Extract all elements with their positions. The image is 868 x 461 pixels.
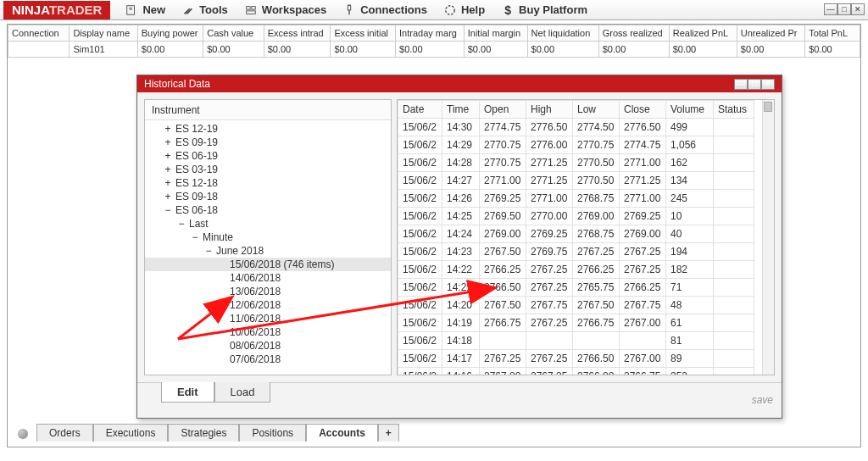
grid-header-high[interactable]: High [526, 101, 573, 119]
grid-header-open[interactable]: Open [480, 101, 526, 119]
tree-row[interactable]: +ES 12-19 [145, 122, 391, 136]
hd-close-button[interactable]: ✕ [761, 79, 775, 90]
grid-row[interactable]: 15/06/214:1881 [398, 332, 754, 350]
grid-row[interactable]: 15/06/214:292770.752776.002770.752774.75… [398, 136, 754, 154]
expand-icon[interactable]: + [164, 123, 172, 135]
grid-cell: 2769.25 [620, 208, 666, 225]
data-grid[interactable]: DateTimeOpenHighLowCloseVolumeStatus 15/… [398, 100, 754, 375]
accounts-header-12[interactable]: Total PnL [805, 25, 860, 42]
accounts-header-3[interactable]: Cash value [203, 25, 264, 42]
collapse-icon[interactable]: − [164, 204, 172, 216]
tree-row[interactable]: 07/06/2018 [145, 353, 391, 366]
expand-icon[interactable]: + [164, 191, 172, 203]
tree-row[interactable]: +ES 03-19 [145, 163, 391, 176]
grid-row[interactable]: 15/06/214:212766.502767.252765.752766.25… [398, 279, 754, 297]
expand-icon[interactable]: + [164, 150, 172, 162]
grid-cell: 15/06/2 [398, 297, 442, 314]
expand-icon[interactable]: + [164, 136, 172, 148]
grid-header-low[interactable]: Low [573, 101, 620, 119]
grid-row[interactable]: 15/06/214:282770.752771.252770.502771.00… [398, 154, 754, 172]
tree-row[interactable]: 14/06/2018 [145, 271, 391, 285]
tree-row[interactable]: −June 2018 [145, 244, 391, 258]
hd-minimize-button[interactable]: — [734, 79, 748, 90]
menu-new[interactable]: New [117, 0, 174, 19]
save-label[interactable]: save [752, 394, 773, 406]
grid-header-status[interactable]: Status [714, 101, 754, 119]
grid-row[interactable]: 15/06/214:272771.002771.252770.502771.25… [398, 172, 754, 190]
grid-header-time[interactable]: Time [442, 101, 480, 119]
tab-executions[interactable]: Executions [93, 424, 169, 442]
grid-row[interactable]: 15/06/214:252769.502770.002769.002769.25… [398, 208, 754, 225]
menu-workspaces[interactable]: Workspaces [236, 0, 335, 19]
tree-row[interactable]: 13/06/2018 [145, 285, 391, 298]
menu-connections[interactable]: Connections [335, 0, 436, 19]
collapse-icon[interactable]: − [177, 218, 186, 230]
tree-row[interactable]: +ES 09-18 [145, 190, 391, 203]
grid-row[interactable]: 15/06/214:162767.002767.252766.002766.75… [398, 368, 754, 375]
hd-tab-load[interactable]: Load [214, 382, 271, 403]
hd-maximize-button[interactable]: □ [748, 79, 761, 90]
tree-row[interactable]: 08/06/2018 [145, 339, 391, 353]
accounts-header-4[interactable]: Excess intrad [264, 25, 331, 42]
accounts-header-6[interactable]: Intraday marg [396, 25, 465, 42]
grid-cell: 15/06/2 [398, 208, 442, 225]
grid-row[interactable]: 15/06/214:222766.252767.252766.252767.25… [398, 261, 754, 279]
grid-header-close[interactable]: Close [620, 101, 666, 119]
expand-icon[interactable]: + [164, 164, 172, 175]
grid-row[interactable]: 15/06/214:202767.502767.752767.502767.75… [398, 297, 754, 314]
accounts-header-2[interactable]: Buying power [137, 25, 203, 42]
grid-cell: 14:17 [442, 350, 480, 368]
menu-help[interactable]: Help [436, 0, 493, 19]
tree-row[interactable]: +ES 06-19 [145, 149, 391, 163]
accounts-header-10[interactable]: Realized PnL [669, 25, 737, 42]
grid-row[interactable]: 15/06/214:262769.252771.002768.752771.00… [398, 190, 754, 208]
accounts-header-1[interactable]: Display name [70, 25, 137, 42]
accounts-header-9[interactable]: Gross realized [598, 25, 669, 42]
grid-cell: 14:18 [442, 332, 480, 350]
tree-row[interactable]: +ES 09-19 [145, 136, 391, 149]
grid-cell: 2767.50 [480, 297, 526, 314]
accounts-header-11[interactable]: Unrealized Pr [737, 25, 804, 42]
grid-cell: 2767.25 [526, 279, 573, 297]
tree-row[interactable]: 10/06/2018 [145, 325, 391, 339]
grid-row[interactable]: 15/06/214:242769.002769.252768.752769.00… [398, 225, 754, 243]
grid-row[interactable]: 15/06/214:192766.752767.252766.752767.00… [398, 314, 754, 332]
main-maximize-button[interactable]: □ [837, 3, 851, 15]
collapse-icon[interactable]: − [191, 231, 199, 243]
accounts-header-5[interactable]: Excess initial [331, 25, 396, 42]
tree-row[interactable]: 15/06/2018 (746 items) [145, 258, 391, 271]
tab-accounts[interactable]: Accounts [306, 424, 378, 442]
grid-header-volume[interactable]: Volume [666, 101, 714, 119]
tree-row[interactable]: −ES 06-18 [145, 203, 391, 217]
menu-help-label: Help [461, 3, 485, 16]
tree-row[interactable]: 11/06/2018 [145, 312, 391, 325]
accounts-header-7[interactable]: Initial margin [464, 25, 527, 42]
tree-row[interactable]: −Minute [145, 230, 391, 244]
grid-cell: 2766.50 [480, 279, 526, 297]
grid-header-date[interactable]: Date [398, 101, 442, 119]
menu-tools[interactable]: Tools [174, 0, 236, 19]
grid-row[interactable]: 15/06/214:302774.752776.502774.502776.50… [398, 119, 754, 136]
tab-orders[interactable]: Orders [36, 424, 93, 442]
main-minimize-button[interactable]: — [824, 3, 837, 15]
grid-cell: 2769.25 [526, 225, 573, 243]
tree-row[interactable]: 12/06/2018 [145, 298, 391, 312]
grid-row[interactable]: 15/06/214:172767.252767.252766.502767.00… [398, 350, 754, 368]
tab-add-button[interactable]: + [378, 424, 399, 442]
accounts-header-0[interactable]: Connection [8, 25, 70, 42]
tree-row[interactable]: +ES 12-18 [145, 176, 391, 190]
accounts-header-8[interactable]: Net liquidation [527, 25, 598, 42]
main-close-button[interactable]: ✕ [851, 3, 865, 15]
collapse-icon[interactable]: − [204, 245, 213, 257]
tree-row[interactable]: −Last [145, 217, 391, 230]
menu-buy-platform[interactable]: $ Buy Platform [493, 0, 596, 19]
grid-row[interactable]: 15/06/214:232767.502769.752767.252767.25… [398, 243, 754, 261]
hd-titlebar[interactable]: Historical Data — □ ✕ [137, 75, 782, 92]
tab-positions[interactable]: Positions [239, 424, 306, 442]
grid-cell: 2776.50 [526, 119, 573, 136]
instrument-tree[interactable]: +ES 12-19+ES 09-19+ES 06-19+ES 03-19+ES … [145, 120, 391, 375]
expand-icon[interactable]: + [164, 177, 172, 189]
tab-strategies[interactable]: Strategies [168, 424, 239, 442]
data-scrollbar[interactable] [762, 100, 774, 375]
hd-tab-edit[interactable]: Edit [161, 382, 214, 403]
